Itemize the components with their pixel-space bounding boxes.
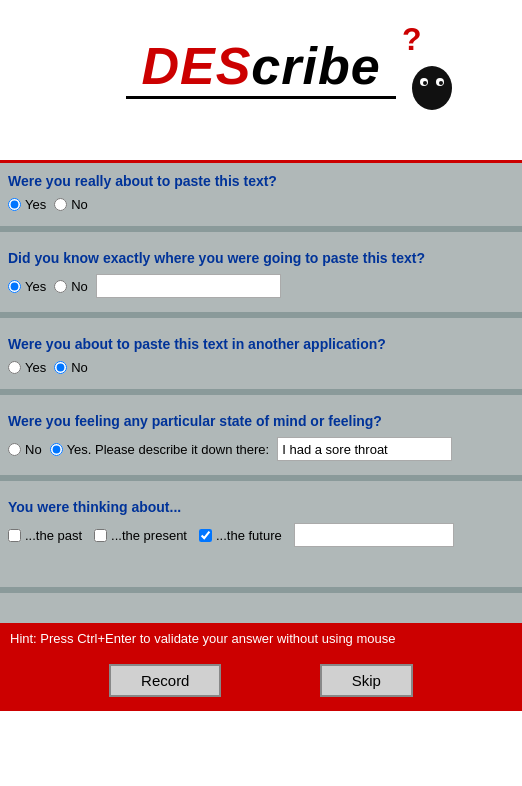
q5-past-checkbox[interactable] [8,529,21,542]
q2-text-field[interactable] [96,274,281,298]
q2-yes-label[interactable]: Yes [8,279,46,294]
q5-future-text: ...the future [216,528,282,543]
logo-cribe: cribe [251,37,380,95]
q5-future-checkbox[interactable] [199,529,212,542]
q5-present-label[interactable]: ...the present [94,528,187,543]
q1-no-label[interactable]: No [54,197,88,212]
q5-text-field[interactable] [294,523,454,547]
q5-present-text: ...the present [111,528,187,543]
q4-yes-text: Yes. Please describe it down there: [67,442,270,457]
q5-present-checkbox[interactable] [94,529,107,542]
q2-no-label[interactable]: No [54,279,88,294]
q5-past-text: ...the past [25,528,82,543]
svg-point-1 [412,66,452,110]
q4-label: Were you feeling any particular state of… [8,413,514,429]
footer-buttons: Record Skip [0,654,522,711]
question-block-4: Were you feeling any particular state of… [0,403,522,477]
q1-yes-radio[interactable] [8,198,21,211]
q1-label: Were you really about to paste this text… [8,173,514,189]
q3-no-radio[interactable] [54,361,67,374]
q1-no-text: No [71,197,88,212]
hint-text: Hint: Press Ctrl+Enter to validate your … [10,631,395,646]
q2-no-radio[interactable] [54,280,67,293]
q4-text-field[interactable] [277,437,452,461]
q3-yes-radio[interactable] [8,361,21,374]
header: DEScribe ? [0,0,522,160]
q5-label: You were thinking about... [8,499,514,515]
q2-no-text: No [71,279,88,294]
q3-yes-label[interactable]: Yes [8,360,46,375]
q3-no-text: No [71,360,88,375]
question-block-1: Were you really about to paste this text… [0,163,522,228]
question-block-5: You were thinking about... ...the past .… [0,489,522,589]
q3-yes-text: Yes [25,360,46,375]
logo-de: DE [141,37,215,95]
q2-yes-radio[interactable] [8,280,21,293]
gap-4 [0,481,522,489]
bottom-gap [0,593,522,623]
footer-hint: Hint: Press Ctrl+Enter to validate your … [0,623,522,654]
q4-no-text: No [25,442,42,457]
skip-button[interactable]: Skip [320,664,413,697]
q3-no-label[interactable]: No [54,360,88,375]
q5-past-label[interactable]: ...the past [8,528,82,543]
logo-character: ? [392,20,462,100]
question-block-2: Did you know exactly where you were goin… [0,240,522,314]
svg-text:?: ? [402,21,422,57]
q4-no-label[interactable]: No [8,442,42,457]
q1-no-radio[interactable] [54,198,67,211]
gap-1 [0,232,522,240]
q4-yes-label[interactable]: Yes. Please describe it down there: [50,442,270,457]
q1-yes-text: Yes [25,197,46,212]
logo-underline [126,96,396,99]
q4-no-radio[interactable] [8,443,21,456]
main-content: Were you really about to paste this text… [0,160,522,623]
q1-answers: Yes No [8,197,514,212]
svg-point-5 [439,81,443,85]
q2-label: Did you know exactly where you were goin… [8,250,514,266]
q3-answers: Yes No [8,360,514,375]
q4-answers: No Yes. Please describe it down there: [8,437,514,461]
logo-s: S [216,37,252,95]
svg-point-4 [423,81,427,85]
question-block-3: Were you about to paste this text in ano… [0,326,522,391]
q1-yes-label[interactable]: Yes [8,197,46,212]
gap-2 [0,318,522,326]
q5-answers: ...the past ...the present ...the future [8,523,514,547]
q2-yes-text: Yes [25,279,46,294]
q4-yes-radio[interactable] [50,443,63,456]
q2-answers: Yes No [8,274,514,298]
gap-3 [0,395,522,403]
q5-future-label[interactable]: ...the future [199,528,282,543]
record-button[interactable]: Record [109,664,221,697]
q3-label: Were you about to paste this text in ano… [8,336,514,352]
